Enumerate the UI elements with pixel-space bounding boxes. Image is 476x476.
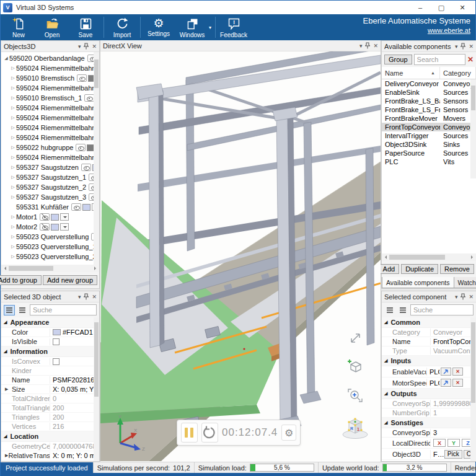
windows-dropdown-caret[interactable]: ▾ — [209, 14, 214, 40]
panel-close-icon[interactable]: ✕ — [92, 43, 97, 50]
panel-pin-icon[interactable] — [84, 43, 89, 50]
visibility-eye-icon[interactable] — [84, 94, 94, 102]
tree-item[interactable]: ▷ 595024 Riemenmittelbahn — [1, 63, 99, 73]
expander-icon[interactable]: ▷ — [10, 214, 16, 219]
tree-item[interactable]: ▷ 595327 Saugstutzen — [1, 162, 99, 172]
grid-vertical-scrollbar[interactable] — [470, 317, 476, 461]
categorized-view-button[interactable] — [384, 305, 395, 315]
property-row-name[interactable]: NamePSMF202816 A… — [1, 376, 99, 385]
property-row-motorspeed[interactable]: MotorSpeed PLC ✕ — [382, 377, 476, 389]
visibility-eye-icon[interactable] — [71, 203, 81, 211]
group-appearance[interactable]: ◢Appearance — [1, 317, 99, 328]
direction-y-button[interactable]: Y — [447, 439, 460, 447]
expander-icon[interactable]: ◢ — [3, 56, 9, 61]
component-row[interactable]: PaperSource Sources — [382, 149, 476, 157]
tree-item[interactable]: ▷ 595327 Saugstutzen_1 — [1, 172, 99, 182]
zoom-region-icon[interactable] — [347, 387, 363, 403]
color-value-swatch[interactable] — [53, 329, 61, 335]
link-input-button[interactable] — [441, 368, 451, 376]
expander-icon[interactable]: ▷ — [10, 244, 16, 249]
object-search-input[interactable] — [30, 304, 97, 315]
group-sonstiges[interactable]: ◢Sonstiges — [382, 418, 476, 428]
table-horizontal-scrollbar[interactable] — [382, 253, 476, 261]
reset-time-button[interactable] — [201, 423, 218, 443]
tree-item[interactable]: ▷ 595023 Querverstellung — [1, 232, 99, 242]
tree-item[interactable]: ▷ Motor1 — [1, 212, 99, 222]
save-button[interactable]: Save — [69, 14, 102, 40]
expander-icon[interactable]: ▷ — [10, 105, 16, 110]
expander-icon[interactable]: ▷ — [10, 165, 16, 170]
table-vertical-scrollbar[interactable] — [470, 79, 476, 178]
tree-item[interactable]: ▷ 595327 Saugstutzen_3 — [1, 192, 99, 202]
grid-vertical-scrollbar[interactable] — [94, 317, 99, 461]
property-row-worldtransform[interactable]: ▶WorldTransfo… X: 7 m; Y: 0,875… — [1, 461, 99, 461]
tree-horizontal-scrollbar[interactable] — [1, 265, 99, 272]
add-cube-icon[interactable] — [347, 359, 363, 375]
visibility-eye-icon[interactable] — [81, 164, 91, 171]
categorized-view-button[interactable] — [4, 305, 15, 315]
tree-item[interactable]: ▷ 595024 Riemenmittelbahn_1 — [1, 83, 99, 93]
property-row-relativetransform[interactable]: ▶RelativeTrans… X: 0 m; Y: 0 m; Z… — [1, 451, 99, 461]
component-row[interactable]: DeliveryConveyor Conveyor — [382, 79, 476, 88]
unlink-input-button[interactable]: ✕ — [452, 368, 463, 376]
tab-available-components[interactable]: Available components — [382, 277, 454, 288]
pause-button[interactable] — [181, 423, 198, 443]
tree-item[interactable]: ▷ 595327 Saugstutzen_2 — [1, 182, 99, 192]
brand-link[interactable]: www.eberle.at — [363, 27, 470, 34]
panel-dropdown-icon[interactable]: ▾ — [78, 294, 81, 300]
tree-item[interactable]: ▷ 595023 Querverstellung_2 — [1, 252, 99, 262]
3d-viewport[interactable]: Y X Z — [100, 51, 381, 462]
property-row-size[interactable]: ▶Size X: 0,035 m; Y: 0,… — [1, 385, 99, 394]
expander-icon[interactable]: ▷ — [10, 76, 16, 81]
link-input-button[interactable] — [441, 379, 451, 387]
feedback-button[interactable]: ! Feedback — [217, 14, 250, 40]
panel-pin-icon[interactable] — [461, 43, 465, 50]
group-information[interactable]: ◢Information — [1, 346, 99, 357]
duplicate-component-button[interactable]: Duplicate — [401, 264, 438, 274]
component-row[interactable]: Object3DSink Sinks — [382, 140, 476, 149]
add-to-group-button[interactable]: Add to group — [0, 275, 42, 285]
property-row-name[interactable]: NameFrontTopConve… — [382, 337, 476, 346]
visibility-eye-icon[interactable] — [76, 144, 86, 151]
expander-icon[interactable]: ▷ — [10, 195, 16, 200]
panel-dropdown-icon[interactable]: ▾ — [455, 43, 458, 50]
expander-icon[interactable]: ▷ — [10, 155, 16, 160]
component-row[interactable]: FrontBrake_LS_Back Sensors — [382, 97, 476, 105]
new-button[interactable]: New — [2, 14, 35, 40]
pick-object-button[interactable]: Pick — [444, 450, 462, 459]
tree-item[interactable]: ▷ 595024 Riemenmittelbahn_5 — [1, 152, 99, 162]
visibility-eye-icon[interactable] — [77, 74, 87, 82]
group-location[interactable]: ◢Location — [1, 431, 99, 442]
panel-pin-icon[interactable] — [461, 293, 465, 300]
component-row[interactable]: PLC Vits — [382, 157, 476, 166]
group-outputs[interactable]: ◢Outputs — [382, 389, 476, 399]
dropdown-icon[interactable] — [60, 223, 69, 231]
color-swatch[interactable] — [51, 224, 59, 231]
panel-pin-icon[interactable] — [84, 293, 89, 300]
expander-icon[interactable]: ▷ — [10, 224, 16, 229]
orientation-cube-gizmo[interactable]: R 1 — [341, 416, 369, 439]
alphabetical-view-button[interactable] — [17, 305, 28, 315]
expander-icon[interactable]: ▷ — [10, 145, 16, 150]
maximize-button[interactable]: ▢ — [431, 1, 452, 14]
property-row-object3d[interactable]: Object3D F… Pick Clear — [382, 449, 476, 460]
expander-icon[interactable]: ▷ — [10, 254, 16, 259]
tree-item[interactable]: ▷ 595024 Riemenmittelbahn_3 — [1, 123, 99, 133]
tree-item[interactable]: ▷ 595010 Bremstisch — [1, 73, 99, 83]
tree-vertical-scrollbar[interactable] — [94, 52, 99, 265]
group-inputs[interactable]: ◢Inputs — [382, 356, 476, 366]
component-row[interactable]: IntervalTrigger Sources — [382, 131, 476, 140]
import-button[interactable]: Import — [105, 14, 139, 40]
tree-item[interactable]: ▷ 595024 Riemenmittelbahn_1_1 — [1, 103, 99, 113]
panel-close-icon[interactable]: ✕ — [469, 43, 474, 50]
property-row-enablevacuum[interactable]: EnableVacuum PLC ✕ — [382, 366, 476, 377]
minimize-button[interactable]: – — [410, 1, 431, 14]
property-row-localdirection[interactable]: LocalDirection X Y Z — [382, 438, 476, 449]
panel-pin-icon[interactable] — [365, 42, 370, 49]
add-component-button[interactable]: Add — [379, 264, 400, 274]
clear-search-icon[interactable]: ✕ — [467, 55, 474, 64]
property-row-isvisible[interactable]: IsVisible — [1, 337, 99, 346]
pan-arrows-icon[interactable] — [347, 330, 363, 346]
expander-icon[interactable]: ▷ — [10, 185, 16, 190]
panel-close-icon[interactable]: ✕ — [469, 294, 474, 300]
